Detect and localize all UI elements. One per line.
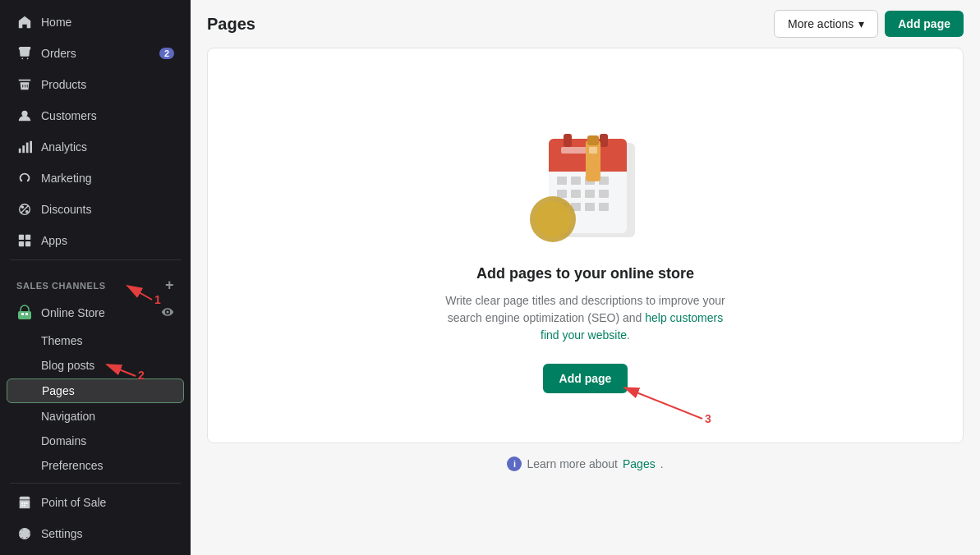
add-page-button-top[interactable]: Add page [885, 11, 964, 37]
top-actions: More actions ▾ Add page [774, 10, 964, 38]
svg-rect-44 [589, 147, 597, 154]
sidebar-item-settings[interactable]: Settings [7, 519, 184, 548]
svg-rect-33 [571, 190, 581, 198]
sidebar-sub-preferences[interactable]: Preferences [7, 454, 184, 477]
discounts-icon [16, 201, 33, 218]
analytics-icon [16, 139, 33, 155]
add-sales-channel-icon[interactable]: + [165, 277, 174, 294]
svg-rect-17 [24, 502, 25, 504]
svg-rect-14 [21, 313, 24, 315]
content-area: Add pages to your online store Write cle… [191, 48, 980, 555]
svg-rect-13 [18, 311, 31, 319]
empty-state-card: Add pages to your online store Write cle… [207, 48, 964, 443]
sidebar-sub-domains[interactable]: Domains [7, 429, 184, 452]
sidebar: Home Orders 2 Products Customers Analyti… [0, 0, 191, 555]
svg-point-41 [535, 201, 571, 237]
svg-rect-39 [599, 203, 609, 211]
svg-rect-34 [585, 190, 595, 198]
learn-more-link[interactable]: Pages [623, 457, 656, 470]
pos-icon [16, 494, 33, 511]
main-content: Pages More actions ▾ Add page [191, 0, 980, 555]
svg-rect-42 [586, 140, 600, 181]
online-store-icon [16, 305, 33, 321]
chevron-down-icon: ▾ [858, 17, 864, 30]
top-bar: Pages More actions ▾ Add page [191, 0, 980, 48]
sidebar-sub-themes[interactable]: Themes [7, 329, 184, 352]
sidebar-item-discounts[interactable]: Discounts [7, 195, 184, 224]
sales-channels-label: SALES CHANNELS + [0, 264, 191, 297]
learn-more-bar: i Learn more about Pages . [207, 443, 964, 484]
sidebar-item-analytics[interactable]: Analytics [7, 132, 184, 162]
sidebar-item-orders[interactable]: Orders 2 [7, 39, 184, 68]
svg-rect-28 [557, 177, 567, 185]
svg-rect-32 [557, 190, 567, 198]
svg-point-6 [21, 206, 25, 209]
sidebar-sub-pages[interactable]: Pages [7, 378, 184, 403]
empty-state-description: Write clear page titles and descriptions… [438, 292, 734, 344]
sidebar-sub-navigation[interactable]: Navigation [7, 405, 184, 428]
page-title: Pages [207, 15, 255, 34]
info-icon: i [507, 456, 522, 471]
svg-rect-2 [19, 149, 21, 153]
svg-rect-18 [26, 502, 28, 504]
svg-rect-9 [19, 235, 24, 240]
svg-rect-0 [19, 48, 30, 50]
sidebar-item-marketing[interactable]: Marketing [7, 163, 184, 193]
svg-rect-4 [26, 143, 29, 154]
sidebar-item-apps[interactable]: Apps [7, 226, 184, 255]
sidebar-sub-blog-posts[interactable]: Blog posts [7, 354, 184, 377]
marketing-icon [16, 170, 33, 186]
sidebar-item-pos[interactable]: Point of Sale [7, 488, 184, 517]
svg-rect-29 [571, 177, 581, 185]
svg-rect-16 [21, 502, 23, 504]
svg-rect-5 [30, 141, 32, 153]
sidebar-divider [10, 259, 181, 260]
apps-icon [16, 232, 33, 249]
svg-rect-11 [19, 241, 24, 246]
orders-icon [16, 45, 33, 62]
home-icon [16, 14, 33, 30]
svg-rect-12 [25, 241, 30, 246]
settings-icon [16, 525, 33, 542]
svg-rect-19 [21, 505, 23, 507]
svg-rect-20 [24, 505, 25, 507]
svg-point-7 [25, 210, 29, 213]
svg-rect-26 [600, 134, 608, 147]
svg-point-1 [21, 111, 27, 117]
sidebar-item-home[interactable]: Home [7, 7, 184, 37]
more-actions-button[interactable]: More actions ▾ [774, 10, 878, 38]
sidebar-item-products[interactable]: Products [7, 70, 184, 99]
add-page-button-center[interactable]: Add page [543, 364, 628, 393]
products-icon [16, 76, 33, 93]
sidebar-item-online-store[interactable]: Online Store [7, 298, 184, 328]
orders-badge: 2 [159, 48, 174, 59]
empty-state-title: Add pages to your online store [476, 265, 694, 282]
empty-state-illustration [512, 98, 660, 245]
svg-rect-35 [599, 190, 609, 198]
online-store-view-icon[interactable] [161, 305, 174, 321]
sidebar-bottom-divider [10, 483, 181, 484]
svg-rect-15 [25, 313, 28, 315]
svg-rect-25 [564, 134, 572, 147]
sidebar-item-customers[interactable]: Customers [7, 101, 184, 131]
svg-rect-43 [587, 135, 599, 145]
svg-rect-10 [25, 235, 30, 240]
customers-icon [16, 108, 33, 124]
svg-rect-38 [585, 203, 595, 211]
svg-rect-3 [22, 145, 25, 153]
